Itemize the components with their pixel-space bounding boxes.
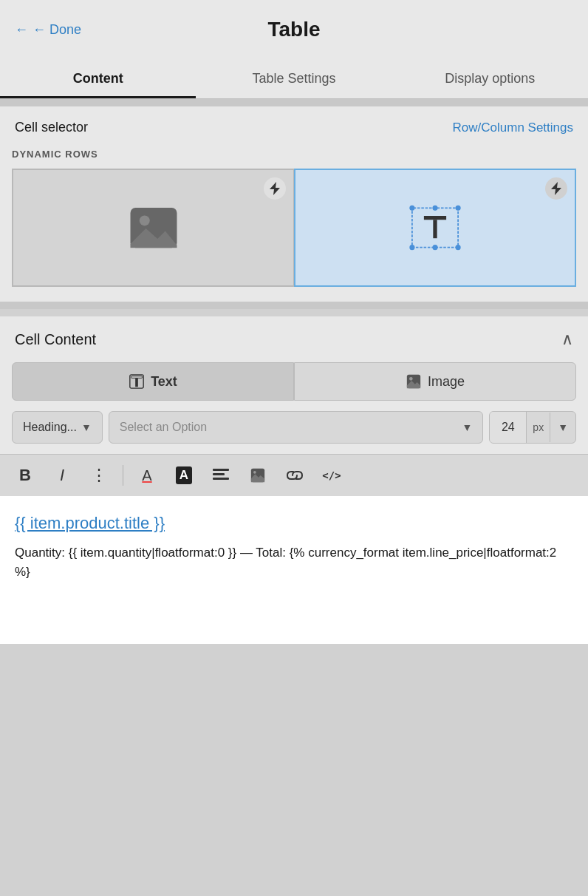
cell-content-label: Cell Content [15, 331, 96, 348]
lightning-icon-text [551, 182, 561, 195]
controls-row: Heading... ▼ Select an Option ▼ 24 px ▼ [12, 411, 576, 444]
heading-dropdown[interactable]: Heading... ▼ [12, 411, 103, 444]
insert-image-button[interactable] [245, 462, 271, 489]
svg-point-10 [432, 206, 437, 211]
tab-content[interactable]: Content [0, 59, 196, 98]
font-color-icon: A [142, 467, 151, 484]
tab-table-settings[interactable]: Table Settings [196, 59, 392, 98]
svg-rect-21 [213, 473, 225, 475]
svg-point-2 [139, 215, 149, 225]
preview-area: {{ item.product.title }} Quantity: {{ it… [0, 496, 588, 644]
align-icon [213, 469, 229, 482]
image-type-button[interactable]: Image [294, 362, 576, 401]
done-label: ← Done [33, 22, 81, 38]
heading-caret-icon: ▼ [81, 421, 92, 433]
more-options-button[interactable]: ⋮ [86, 462, 112, 489]
lightning-badge-image [264, 177, 286, 200]
toolbar-divider-1 [123, 465, 123, 486]
dynamic-rows-grid [12, 169, 576, 287]
preview-body: Quantity: {{ item.quantity|floatformat:0… [15, 543, 573, 581]
dynamic-rows-label: DYNAMIC ROWS [12, 149, 576, 160]
collapse-button[interactable]: ∧ [561, 330, 573, 349]
cell-content-header: Cell Content ∧ [0, 316, 588, 362]
header: ← ← Done Table [0, 0, 588, 59]
text-type-label: Text [151, 374, 177, 390]
back-arrow-icon: ← [15, 22, 28, 38]
svg-point-11 [432, 245, 437, 250]
row-column-settings-button[interactable]: Row/Column Settings [453, 121, 573, 135]
preview-title: {{ item.product.title }} [15, 514, 573, 533]
insert-image-icon [250, 467, 266, 483]
svg-point-8 [409, 245, 414, 250]
size-unit: px [527, 413, 550, 442]
svg-rect-13 [433, 220, 437, 238]
link-button[interactable] [281, 462, 308, 489]
more-options-icon: ⋮ [91, 466, 107, 485]
heading-dropdown-label: Heading... [23, 421, 77, 434]
lightning-badge-text [545, 177, 567, 200]
svg-rect-22 [213, 478, 229, 480]
font-color-button[interactable]: A [134, 462, 160, 489]
code-button[interactable]: </> [318, 462, 345, 489]
size-arrow-icon[interactable]: ▼ [550, 413, 575, 442]
select-option-caret-icon: ▼ [462, 421, 472, 433]
text-type-button[interactable]: Text [12, 362, 294, 401]
section-divider-2 [0, 302, 588, 309]
size-control: 24 px ▼ [489, 411, 576, 444]
done-button[interactable]: ← ← Done [15, 22, 81, 38]
dynamic-rows-section: DYNAMIC ROWS [0, 149, 588, 302]
svg-marker-4 [551, 182, 561, 195]
format-toolbar: B I ⋮ A A [0, 454, 588, 496]
dynamic-row-image-card[interactable] [12, 169, 294, 287]
svg-point-6 [409, 206, 414, 211]
text-type-icon [129, 373, 145, 390]
cell-selector-row: Cell selector Row/Column Settings [0, 106, 588, 149]
italic-button[interactable]: I [49, 462, 75, 489]
svg-rect-16 [135, 378, 138, 387]
page-title: Table [267, 18, 320, 41]
tab-bar: Content Table Settings Display options [0, 59, 588, 99]
svg-point-24 [253, 471, 256, 474]
code-icon: </> [322, 469, 341, 481]
text-element-icon [406, 198, 465, 257]
align-button[interactable] [208, 462, 234, 489]
svg-rect-12 [424, 216, 446, 220]
lightning-icon [270, 182, 280, 195]
image-type-icon [406, 373, 422, 390]
svg-point-7 [456, 206, 461, 211]
svg-marker-0 [270, 182, 280, 195]
svg-rect-20 [213, 469, 229, 471]
svg-point-9 [456, 245, 461, 250]
size-value: 24 [490, 412, 527, 443]
image-placeholder-icon [128, 202, 180, 254]
svg-point-18 [409, 377, 413, 381]
bg-color-icon: A [176, 466, 192, 484]
cell-selector-label: Cell selector [15, 120, 88, 135]
bold-button[interactable]: B [12, 462, 38, 489]
link-icon [286, 469, 304, 481]
section-divider-1 [0, 99, 588, 106]
svg-rect-15 [131, 376, 143, 379]
image-type-label: Image [428, 374, 465, 390]
cell-content-section: Cell Content ∧ Text Image Heading... ▼ [0, 316, 588, 496]
bg-color-button[interactable]: A [171, 462, 197, 489]
content-type-toggle: Text Image [12, 362, 576, 401]
dynamic-row-text-card[interactable] [294, 169, 576, 287]
tab-display-options[interactable]: Display options [392, 59, 588, 98]
select-option-placeholder: Select an Option [120, 421, 207, 434]
select-option-dropdown[interactable]: Select an Option ▼ [109, 411, 484, 444]
